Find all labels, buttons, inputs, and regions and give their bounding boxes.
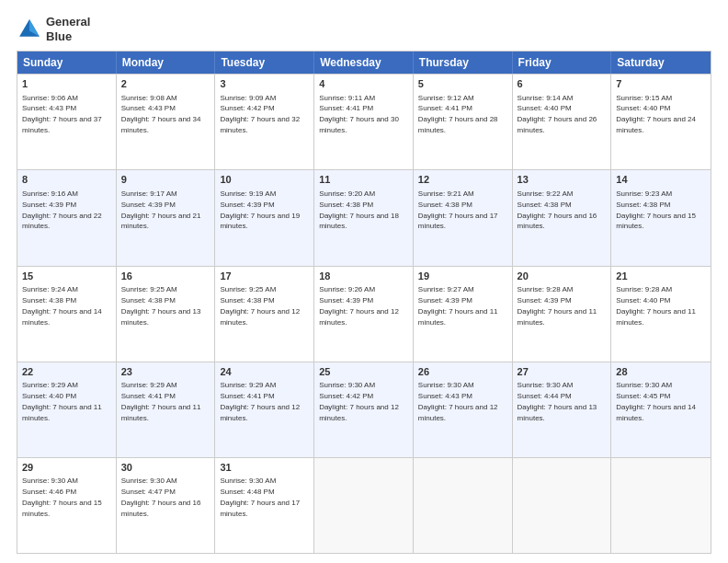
day-number: 30 — [121, 461, 210, 475]
day-cell: 20 Sunrise: 9:28 AMSunset: 4:39 PMDaylig… — [513, 267, 612, 362]
day-info: Sunrise: 9:30 AMSunset: 4:44 PMDaylight:… — [518, 381, 597, 422]
day-cell: 23 Sunrise: 9:29 AMSunset: 4:41 PMDaylig… — [117, 362, 216, 457]
day-number: 9 — [121, 173, 210, 187]
day-number: 27 — [518, 365, 607, 379]
day-cell: 26 Sunrise: 9:30 AMSunset: 4:43 PMDaylig… — [414, 362, 513, 457]
day-cell: 8 Sunrise: 9:16 AMSunset: 4:39 PMDayligh… — [17, 170, 117, 265]
day-cell: 10 Sunrise: 9:19 AMSunset: 4:39 PMDaylig… — [215, 170, 314, 265]
day-info: Sunrise: 9:25 AMSunset: 4:38 PMDaylight:… — [220, 285, 300, 327]
day-info: Sunrise: 9:29 AMSunset: 4:40 PMDaylight:… — [22, 381, 102, 422]
day-number: 10 — [220, 173, 309, 187]
day-cell: 7 Sunrise: 9:15 AMSunset: 4:40 PMDayligh… — [611, 75, 711, 169]
weekday-header: Thursday — [414, 52, 513, 74]
day-cell: 14 Sunrise: 9:23 AMSunset: 4:38 PMDaylig… — [611, 170, 711, 265]
day-info: Sunrise: 9:30 AMSunset: 4:48 PMDaylight:… — [220, 477, 300, 518]
day-info: Sunrise: 9:30 AMSunset: 4:46 PMDaylight:… — [22, 477, 102, 518]
day-cell: 24 Sunrise: 9:29 AMSunset: 4:41 PMDaylig… — [215, 362, 314, 457]
weekday-header: Monday — [117, 52, 216, 74]
day-number: 21 — [616, 270, 706, 283]
day-info: Sunrise: 9:19 AMSunset: 4:39 PMDaylight:… — [220, 190, 300, 231]
calendar-body: 1 Sunrise: 9:06 AMSunset: 4:43 PMDayligh… — [17, 74, 711, 553]
day-cell: 17 Sunrise: 9:25 AMSunset: 4:38 PMDaylig… — [215, 267, 314, 362]
logo-text: General Blue — [46, 15, 90, 43]
day-info: Sunrise: 9:29 AMSunset: 4:41 PMDaylight:… — [121, 381, 201, 422]
day-number: 14 — [616, 173, 706, 187]
day-number: 8 — [22, 173, 111, 187]
calendar-row: 1 Sunrise: 9:06 AMSunset: 4:43 PMDayligh… — [17, 74, 711, 169]
day-info: Sunrise: 9:09 AMSunset: 4:42 PMDaylight:… — [220, 94, 300, 135]
day-number: 7 — [616, 77, 706, 91]
day-cell: 31 Sunrise: 9:30 AMSunset: 4:48 PMDaylig… — [215, 458, 314, 553]
day-cell: 30 Sunrise: 9:30 AMSunset: 4:47 PMDaylig… — [117, 458, 216, 553]
logo-icon — [17, 17, 42, 42]
day-info: Sunrise: 9:16 AMSunset: 4:39 PMDaylight:… — [22, 190, 102, 231]
day-cell: 9 Sunrise: 9:17 AMSunset: 4:39 PMDayligh… — [117, 170, 216, 265]
day-cell: 25 Sunrise: 9:30 AMSunset: 4:42 PMDaylig… — [314, 362, 414, 457]
day-info: Sunrise: 9:28 AMSunset: 4:40 PMDaylight:… — [616, 285, 696, 327]
day-info: Sunrise: 9:17 AMSunset: 4:39 PMDaylight:… — [121, 190, 201, 231]
empty-cell — [513, 458, 612, 553]
day-info: Sunrise: 9:06 AMSunset: 4:43 PMDaylight:… — [22, 94, 102, 135]
day-number: 28 — [616, 365, 706, 379]
day-number: 29 — [22, 461, 111, 475]
calendar: SundayMondayTuesdayWednesdayThursdayFrid… — [17, 51, 711, 554]
day-number: 4 — [319, 77, 408, 91]
day-info: Sunrise: 9:30 AMSunset: 4:42 PMDaylight:… — [319, 381, 399, 422]
day-info: Sunrise: 9:11 AMSunset: 4:41 PMDaylight:… — [319, 94, 399, 135]
day-cell: 21 Sunrise: 9:28 AMSunset: 4:40 PMDaylig… — [611, 267, 711, 362]
page: General Blue SundayMondayTuesdayWednesda… — [0, 0, 728, 563]
day-cell: 15 Sunrise: 9:24 AMSunset: 4:38 PMDaylig… — [17, 267, 117, 362]
day-info: Sunrise: 9:23 AMSunset: 4:38 PMDaylight:… — [616, 190, 696, 231]
day-number: 26 — [418, 365, 507, 379]
day-number: 13 — [518, 173, 607, 187]
weekday-header: Tuesday — [215, 52, 314, 74]
day-number: 2 — [121, 77, 210, 91]
day-info: Sunrise: 9:29 AMSunset: 4:41 PMDaylight:… — [220, 381, 300, 422]
day-info: Sunrise: 9:15 AMSunset: 4:40 PMDaylight:… — [616, 94, 696, 135]
day-number: 5 — [418, 77, 507, 91]
calendar-row: 22 Sunrise: 9:29 AMSunset: 4:40 PMDaylig… — [17, 362, 711, 457]
day-cell: 3 Sunrise: 9:09 AMSunset: 4:42 PMDayligh… — [215, 75, 314, 169]
weekday-header: Saturday — [611, 52, 711, 74]
day-info: Sunrise: 9:26 AMSunset: 4:39 PMDaylight:… — [319, 285, 399, 327]
day-cell: 19 Sunrise: 9:27 AMSunset: 4:39 PMDaylig… — [414, 267, 513, 362]
day-info: Sunrise: 9:14 AMSunset: 4:40 PMDaylight:… — [518, 94, 597, 135]
day-number: 11 — [319, 173, 408, 187]
day-cell: 22 Sunrise: 9:29 AMSunset: 4:40 PMDaylig… — [17, 362, 117, 457]
day-info: Sunrise: 9:08 AMSunset: 4:43 PMDaylight:… — [121, 94, 201, 135]
day-number: 12 — [418, 173, 507, 187]
day-info: Sunrise: 9:25 AMSunset: 4:38 PMDaylight:… — [121, 285, 201, 327]
day-number: 24 — [220, 365, 309, 379]
calendar-header: SundayMondayTuesdayWednesdayThursdayFrid… — [17, 52, 711, 74]
calendar-row: 8 Sunrise: 9:16 AMSunset: 4:39 PMDayligh… — [17, 169, 711, 265]
calendar-row: 29 Sunrise: 9:30 AMSunset: 4:46 PMDaylig… — [17, 457, 711, 553]
calendar-row: 15 Sunrise: 9:24 AMSunset: 4:38 PMDaylig… — [17, 266, 711, 362]
weekday-header: Friday — [513, 52, 612, 74]
day-number: 17 — [220, 270, 309, 283]
day-info: Sunrise: 9:24 AMSunset: 4:38 PMDaylight:… — [22, 285, 102, 327]
day-cell: 12 Sunrise: 9:21 AMSunset: 4:38 PMDaylig… — [414, 170, 513, 265]
day-cell: 16 Sunrise: 9:25 AMSunset: 4:38 PMDaylig… — [117, 267, 216, 362]
day-cell: 29 Sunrise: 9:30 AMSunset: 4:46 PMDaylig… — [17, 458, 117, 553]
logo: General Blue — [17, 15, 90, 43]
empty-cell — [611, 458, 711, 553]
day-cell: 5 Sunrise: 9:12 AMSunset: 4:41 PMDayligh… — [414, 75, 513, 169]
day-info: Sunrise: 9:22 AMSunset: 4:38 PMDaylight:… — [518, 190, 597, 231]
day-info: Sunrise: 9:30 AMSunset: 4:43 PMDaylight:… — [418, 381, 498, 422]
empty-cell — [414, 458, 513, 553]
weekday-header: Sunday — [17, 52, 117, 74]
day-info: Sunrise: 9:30 AMSunset: 4:45 PMDaylight:… — [616, 381, 696, 422]
day-info: Sunrise: 9:20 AMSunset: 4:38 PMDaylight:… — [319, 190, 399, 231]
day-info: Sunrise: 9:30 AMSunset: 4:47 PMDaylight:… — [121, 477, 201, 518]
day-number: 31 — [220, 461, 309, 475]
day-number: 23 — [121, 365, 210, 379]
day-number: 3 — [220, 77, 309, 91]
day-info: Sunrise: 9:12 AMSunset: 4:41 PMDaylight:… — [418, 94, 498, 135]
day-info: Sunrise: 9:28 AMSunset: 4:39 PMDaylight:… — [518, 285, 597, 327]
empty-cell — [314, 458, 414, 553]
day-info: Sunrise: 9:21 AMSunset: 4:38 PMDaylight:… — [418, 190, 498, 231]
day-number: 19 — [418, 270, 507, 283]
day-cell: 18 Sunrise: 9:26 AMSunset: 4:39 PMDaylig… — [314, 267, 414, 362]
day-cell: 4 Sunrise: 9:11 AMSunset: 4:41 PMDayligh… — [314, 75, 414, 169]
day-cell: 11 Sunrise: 9:20 AMSunset: 4:38 PMDaylig… — [314, 170, 414, 265]
